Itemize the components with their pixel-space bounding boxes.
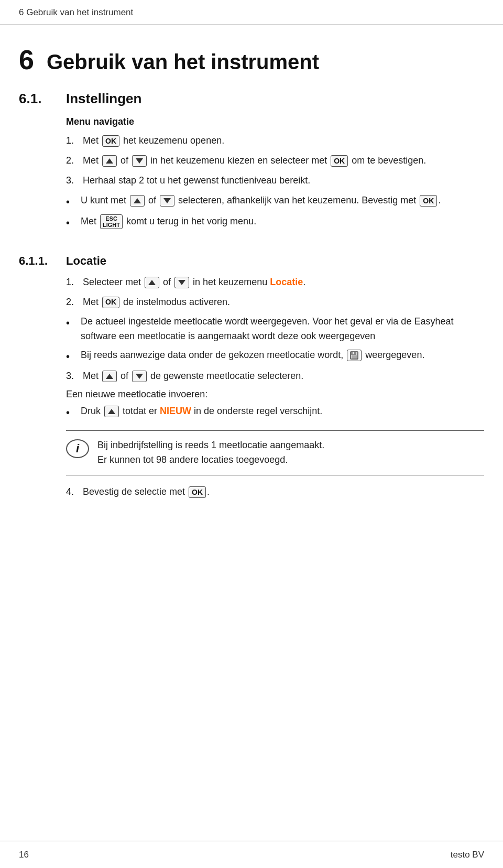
item-content: Met OK de instelmodus activeren. (83, 295, 484, 310)
menu-nav-label: Menu navigatie (66, 116, 484, 127)
section-6-1-1-numbered-list: 1. Selecteer met of in het keuzemenu Loc… (66, 275, 484, 310)
bullet-dot: • (66, 405, 81, 421)
item-content: Bevestig de selectie met OK. (83, 485, 484, 500)
chapter-title: Gebruik van het instrument (47, 50, 319, 74)
list-item: • Bij reeds aanwezige data onder de geko… (66, 348, 484, 365)
arrow-down-key (160, 195, 174, 207)
item-number: 2. (66, 295, 83, 310)
info-line2: Er kunnen tot 98 andere locaties toegevo… (97, 454, 288, 465)
bullet-content: U kunt met of selecteren, afhankelijk va… (81, 193, 484, 208)
item-number: 2. (66, 154, 83, 168)
list-item: • Druk totdat er NIEUW in de onderste re… (66, 404, 484, 421)
section-6-1-bullet-list: • U kunt met of selecteren, afhankelijk … (66, 193, 484, 231)
list-item: 3. Met of de gewenste meetlocatie select… (66, 369, 484, 384)
new-location-bullet-list: • Druk totdat er NIEUW in de onderste re… (66, 404, 484, 421)
arrow-up-key (130, 195, 145, 207)
item-content: Selecteer met of in het keuzemenu Locati… (83, 275, 484, 290)
arrow-up-key (102, 371, 117, 382)
ok-key: OK (189, 486, 206, 498)
ok-key: OK (102, 135, 119, 147)
section-6-1-number: 6.1. (19, 91, 66, 107)
list-item: 1. Selecteer met of in het keuzemenu Loc… (66, 275, 484, 290)
ok-key: OK (420, 195, 437, 207)
list-item: • Met ESCLIGHT komt u terug in het vorig… (66, 214, 484, 231)
bullet-dot: • (66, 215, 81, 231)
section-6-1-heading: 6.1. Instellingen (19, 91, 484, 107)
bullet-content: Druk totdat er NIEUW in de onderste rege… (81, 404, 484, 419)
item-number: 1. (66, 275, 83, 290)
chapter-number: 6 (19, 46, 34, 73)
new-location-label: Een nieuwe meetlocatie invoeren: (66, 389, 484, 400)
bullet-content: Bij reeds aanwezige data onder de gekoze… (81, 348, 484, 363)
section-6-1-title: Instellingen (66, 91, 141, 107)
section-6-1-1-number: 6.1.1. (19, 254, 66, 268)
info-icon: i (66, 439, 89, 458)
bullet-dot: • (66, 315, 81, 331)
ok-key: OK (102, 297, 119, 308)
footer-page-number: 16 (19, 850, 29, 860)
arrow-up-key (145, 277, 159, 288)
bullet-content: Met ESCLIGHT komt u terug in het vorig m… (81, 214, 484, 229)
header-title: 6 Gebruik van het instrument (19, 7, 133, 18)
info-content: Bij inbedrijfstelling is reeds 1 meetloc… (97, 438, 324, 468)
item-content: Herhaal stap 2 tot u het gewenst functie… (83, 173, 484, 188)
header: 6 Gebruik van het instrument (0, 0, 503, 25)
item-number: 3. (66, 369, 83, 384)
item-number: 1. (66, 134, 83, 148)
section-6-1-1-item3: 3. Met of de gewenste meetlocatie select… (66, 369, 484, 384)
arrow-up-key (104, 406, 119, 417)
section-6-1-numbered-list: 1. Met OK het keuzemenu openen. 2. Met o… (66, 134, 484, 188)
item-content: Met of in het keuzemenu kiezen en select… (83, 154, 484, 168)
bullet-dot: • (66, 194, 81, 210)
svg-rect-3 (353, 352, 354, 354)
arrow-down-key (174, 277, 189, 288)
section-6-1-1-item4: 4. Bevestig de selectie met OK. (66, 485, 484, 500)
section-6-1-1-title: Locatie (66, 254, 106, 268)
list-item: 4. Bevestig de selectie met OK. (66, 485, 484, 500)
list-item: • U kunt met of selecteren, afhankelijk … (66, 193, 484, 210)
arrow-down-key (132, 371, 147, 382)
footer: 16 testo BV (0, 841, 503, 868)
list-item: 3. Herhaal stap 2 tot u het gewenst func… (66, 173, 484, 188)
item-content: Met of de gewenste meetlocatie selectere… (83, 369, 484, 384)
list-item: 2. Met of in het keuzemenu kiezen en sel… (66, 154, 484, 168)
item-number: 4. (66, 485, 83, 500)
locatie-text: Locatie (270, 277, 303, 287)
chapter-heading: 6 Gebruik van het instrument (19, 46, 484, 74)
floppy-key (347, 350, 362, 361)
ok-key: OK (331, 155, 348, 167)
section-6-1-1-bullet-list: • De actueel ingestelde meetlocatie word… (66, 314, 484, 365)
nieuw-text: NIEUW (160, 406, 191, 416)
esc-light-key: ESCLIGHT (100, 214, 123, 229)
item-content: Met OK het keuzemenu openen. (83, 134, 484, 148)
arrow-down-key (132, 155, 147, 167)
info-line1: Bij inbedrijfstelling is reeds 1 meetloc… (97, 440, 324, 450)
bullet-content: De actueel ingestelde meetlocatie wordt … (81, 314, 484, 344)
info-box: i Bij inbedrijfstelling is reeds 1 meetl… (66, 430, 484, 475)
list-item: • De actueel ingestelde meetlocatie word… (66, 314, 484, 344)
bullet-dot: • (66, 349, 81, 365)
item-number: 3. (66, 173, 83, 188)
list-item: 1. Met OK het keuzemenu openen. (66, 134, 484, 148)
svg-rect-2 (352, 355, 357, 359)
list-item: 2. Met OK de instelmodus activeren. (66, 295, 484, 310)
arrow-up-key (102, 155, 117, 167)
main-content: 6 Gebruik van het instrument 6.1. Instel… (0, 25, 503, 841)
footer-brand: testo BV (451, 850, 484, 860)
section-6-1-1-heading: 6.1.1. Locatie (19, 254, 484, 268)
